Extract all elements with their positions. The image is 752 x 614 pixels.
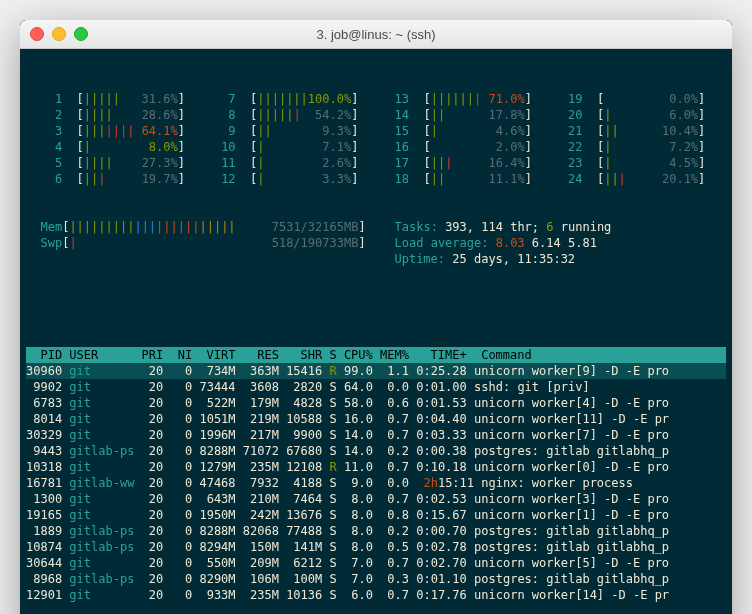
titlebar: 3. job@linus: ~ (ssh) [20,20,732,49]
cpu-meter-row: 3 [||||||| 64.1%] 9 [|| 9.3%] 15 [| 4.6%… [26,123,726,139]
cpu-meter-row: 4 [| 8.0%] 10 [| 7.1%] 16 [ 2.0%] 22 [| … [26,139,726,155]
process-row[interactable]: 9902 git 20 0 73444 3608 2820 S 64.0 0.0… [26,379,726,395]
process-row[interactable]: 16781 gitlab-ww 20 0 47468 7932 4188 S 9… [26,475,726,491]
process-row[interactable]: 10318 git 20 0 1279M 235M 12108 R 11.0 0… [26,459,726,475]
terminal-window: 3. job@linus: ~ (ssh) 1 [||||| 31.6%] 7 … [20,20,732,614]
process-row[interactable]: 9443 gitlab-ps 20 0 8288M 71072 67680 S … [26,443,726,459]
swp-meter: Swp[| 518/190733MB] Load average: 8.03 6… [26,235,726,251]
cpu-meter-row: 6 [||| 19.7%] 12 [| 3.3%] 18 [|| 11.1%] … [26,171,726,187]
cpu-meter-row: 1 [||||| 31.6%] 7 [|||||||100.0%] 13 [||… [26,91,726,107]
cpu-meter-row: 5 [|||| 27.3%] 11 [| 2.6%] 17 [||| 16.4%… [26,155,726,171]
process-row[interactable]: 12901 git 20 0 933M 235M 10136 S 6.0 0.7… [26,587,726,603]
cpu-meter-row: 2 [|||| 28.6%] 8 [|||||| 54.2%] 14 [|| 1… [26,107,726,123]
cpu-meters: 1 [||||| 31.6%] 7 [|||||||100.0%] 13 [||… [26,91,726,187]
window-title: 3. job@linus: ~ (ssh) [20,27,732,42]
table-header[interactable]: PID USER PRI NI VIRT RES SHR S CPU% MEM%… [26,347,726,363]
process-row[interactable]: 6783 git 20 0 522M 179M 4828 S 58.0 0.6 … [26,395,726,411]
uptime-row: Uptime: 25 days, 11:35:32 [26,251,726,267]
process-row[interactable]: 19165 git 20 0 1950M 242M 13676 S 8.0 0.… [26,507,726,523]
process-row[interactable]: 30329 git 20 0 1996M 217M 9900 S 14.0 0.… [26,427,726,443]
mem-meter: Mem[||||||||||||||||||||||| 7531/32165MB… [26,219,726,235]
process-row[interactable]: 1300 git 20 0 643M 210M 7464 S 8.0 0.7 0… [26,491,726,507]
terminal-content: 1 [||||| 31.6%] 7 [|||||||100.0%] 13 [||… [20,49,732,614]
process-row[interactable]: 1889 gitlab-ps 20 0 8288M 82068 77488 S … [26,523,726,539]
process-row[interactable]: 8014 git 20 0 1051M 219M 10588 S 16.0 0.… [26,411,726,427]
process-row[interactable]: 10874 gitlab-ps 20 0 8294M 150M 141M S 8… [26,539,726,555]
process-table[interactable]: PID USER PRI NI VIRT RES SHR S CPU% MEM%… [26,347,726,603]
process-row[interactable]: 8968 gitlab-ps 20 0 8290M 106M 100M S 7.… [26,571,726,587]
process-row[interactable]: 30960 git 20 0 734M 363M 15416 R 99.0 1.… [26,363,726,379]
memory-meters: Mem[||||||||||||||||||||||| 7531/32165MB… [26,219,726,267]
process-row[interactable]: 30644 git 20 0 550M 209M 6212 S 7.0 0.7 … [26,555,726,571]
